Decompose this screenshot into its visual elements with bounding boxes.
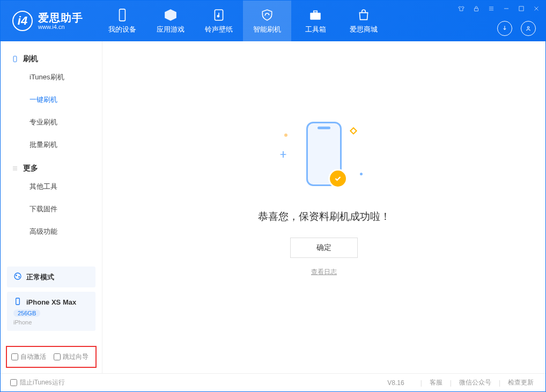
svg-rect-7 — [519, 6, 523, 11]
device-name: iPhone XS Max — [26, 298, 76, 306]
device-mode-card[interactable]: 正常模式 — [7, 267, 95, 287]
sidebar-item-other-tools[interactable]: 其他工具 — [1, 175, 102, 198]
shield-refresh-icon — [260, 8, 275, 23]
svg-rect-12 — [16, 298, 20, 305]
device-info-card[interactable]: iPhone XS Max 256GB iPhone — [7, 292, 95, 331]
minimize-icon[interactable] — [503, 5, 510, 12]
nav-label: 应用游戏 — [157, 25, 185, 34]
lock-icon[interactable] — [473, 5, 480, 12]
device-type: iPhone — [13, 319, 32, 326]
svg-point-10 — [16, 275, 17, 276]
menu-icon[interactable] — [488, 5, 495, 12]
svg-point-11 — [18, 276, 20, 278]
nav-smart-flash[interactable]: 智能刷机 — [243, 1, 291, 41]
nav-tabs: 我的设备 应用游戏 铃声壁纸 智能刷机 工具箱 爱思商城 — [98, 1, 388, 41]
tshirt-icon[interactable] — [458, 5, 465, 12]
list-icon — [11, 165, 19, 172]
phone-icon — [11, 55, 19, 63]
sidebar-item-oneclick-flash[interactable]: 一键刷机 — [1, 88, 102, 111]
close-icon[interactable] — [533, 5, 540, 12]
option-auto-activate[interactable]: 自动激活 — [11, 352, 46, 361]
cube-icon — [163, 8, 178, 23]
version-label: V8.16 — [387, 379, 404, 387]
success-illustration — [270, 116, 378, 191]
flash-options-highlight: 自动激活 跳过向导 — [6, 346, 97, 368]
header: i4 爱思助手 www.i4.cn 我的设备 应用游戏 铃声壁纸 智能刷机 — [1, 1, 545, 41]
sidebar-item-batch-flash[interactable]: 批量刷机 — [1, 134, 102, 156]
app-body: 刷机 iTunes刷机 一键刷机 专业刷机 批量刷机 更多 其他工具 下载固件 … — [1, 41, 545, 373]
nav-label: 爱思商城 — [350, 25, 378, 34]
nav-apps-games[interactable]: 应用游戏 — [146, 1, 195, 41]
footer-link-wechat[interactable]: 微信公众号 — [457, 378, 493, 387]
mode-icon — [13, 272, 22, 282]
svg-point-9 — [14, 273, 21, 279]
sidebar-group-flash: 刷机 — [1, 47, 102, 66]
sidebar-item-itunes-flash[interactable]: iTunes刷机 — [1, 66, 102, 88]
footer-link-update[interactable]: 检查更新 — [506, 378, 536, 387]
check-badge-icon — [328, 169, 348, 188]
nav-store[interactable]: 爱思商城 — [340, 1, 388, 41]
app-window: i4 爱思助手 www.i4.cn 我的设备 应用游戏 铃声壁纸 智能刷机 — [0, 0, 546, 392]
footer-link-support[interactable]: 客服 — [427, 378, 445, 387]
svg-point-5 — [527, 27, 529, 29]
success-message: 恭喜您，保资料刷机成功啦！ — [258, 210, 390, 224]
header-actions — [497, 21, 536, 36]
app-title: 爱思助手 — [38, 12, 83, 24]
sidebar: 刷机 iTunes刷机 一键刷机 专业刷机 批量刷机 更多 其他工具 下载固件 … — [1, 41, 102, 373]
view-log-link[interactable]: 查看日志 — [311, 268, 337, 277]
nav-label: 工具箱 — [305, 25, 326, 34]
main-content: 恭喜您，保资料刷机成功啦！ 确定 查看日志 — [102, 41, 545, 373]
app-logo: i4 爱思助手 www.i4.cn — [1, 11, 93, 31]
nav-ringtones-wallpapers[interactable]: 铃声壁纸 — [195, 1, 243, 41]
nav-label: 智能刷机 — [253, 25, 281, 34]
svg-rect-0 — [120, 9, 126, 21]
sidebar-item-download-firmware[interactable]: 下载固件 — [1, 198, 102, 220]
svg-point-2 — [217, 16, 219, 17]
option-skip-guide[interactable]: 跳过向导 — [54, 352, 88, 361]
svg-rect-3 — [310, 13, 321, 20]
svg-rect-6 — [475, 8, 478, 11]
ok-button[interactable]: 确定 — [290, 238, 358, 258]
option-block-itunes[interactable]: 阻止iTunes运行 — [10, 378, 65, 387]
nav-label: 我的设备 — [108, 25, 136, 34]
device-panel: 正常模式 iPhone XS Max 256GB iPhone — [1, 262, 102, 342]
svg-rect-4 — [314, 11, 318, 12]
phone-small-icon — [13, 297, 22, 307]
nav-toolbox[interactable]: 工具箱 — [291, 1, 340, 41]
device-capacity: 256GB — [13, 309, 40, 317]
svg-rect-8 — [13, 56, 17, 62]
logo-icon: i4 — [12, 11, 33, 31]
briefcase-icon — [308, 8, 323, 23]
app-subtitle: www.i4.cn — [38, 24, 83, 30]
download-button[interactable] — [497, 21, 512, 36]
sidebar-item-advanced[interactable]: 高级功能 — [1, 220, 102, 243]
account-button[interactable] — [521, 21, 536, 36]
bag-icon — [356, 8, 371, 23]
sidebar-item-pro-flash[interactable]: 专业刷机 — [1, 111, 102, 134]
nav-my-device[interactable]: 我的设备 — [98, 1, 146, 41]
nav-label: 铃声壁纸 — [205, 25, 233, 34]
music-file-icon — [211, 8, 226, 23]
device-mode-label: 正常模式 — [26, 272, 54, 282]
device-icon — [115, 8, 130, 23]
window-controls — [458, 5, 540, 12]
sidebar-group-more: 更多 — [1, 156, 102, 175]
status-bar: 阻止iTunes运行 V8.16 | 客服 | 微信公众号 | 检查更新 — [1, 373, 545, 391]
maximize-icon[interactable] — [518, 5, 525, 12]
